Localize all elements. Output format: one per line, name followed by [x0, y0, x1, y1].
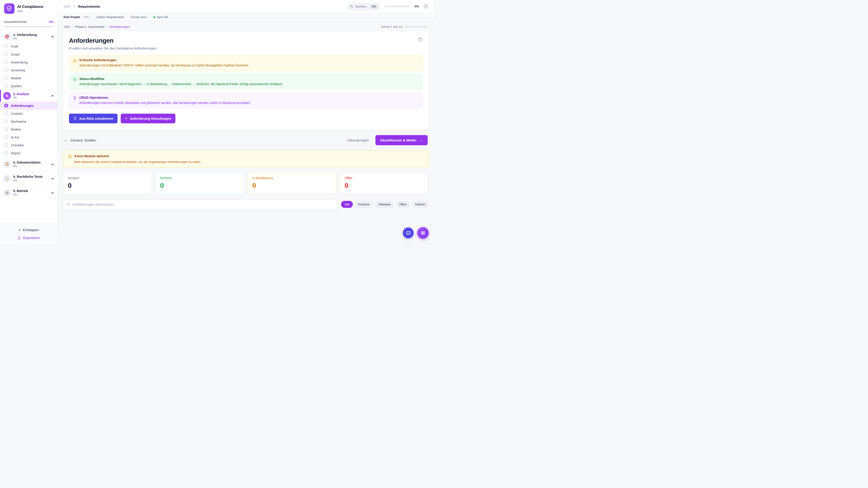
infobox-body: Anforderungen mit Kritikalitaet "HOCH" s… — [79, 63, 249, 68]
infobox-body: Anforderungen durchlaufen: Nicht begonne… — [79, 82, 283, 86]
filter-alle[interactable]: Alle — [341, 201, 353, 208]
back-button[interactable]: ← Zurueck: Quellen — [64, 138, 96, 142]
export-button[interactable]: Exportieren — [18, 236, 40, 240]
filter-offen[interactable]: Offen — [396, 201, 410, 208]
chat-fab-button[interactable] — [403, 228, 414, 238]
sidebar-item-nachweise[interactable]: Nachweise — [0, 118, 57, 125]
radio-icon — [4, 143, 8, 147]
sidebar-item-quellen[interactable]: Quellen — [0, 82, 57, 90]
sidebar-section-vorbereitung[interactable]: 1. Vorbereitung 0% — [0, 31, 57, 42]
sidebar-item-ai-act[interactable]: AI Act — [0, 133, 57, 141]
sidebar-item-label: Anwendung — [11, 61, 28, 64]
chevron-right-icon — [73, 5, 76, 8]
project-name: Kein Projekt — [64, 15, 80, 19]
sidebar-item-screening[interactable]: Screening — [0, 66, 57, 74]
sidebar-item-label: Risiken — [11, 128, 21, 131]
sidebar-item-controls[interactable]: Controls — [0, 109, 57, 118]
filter-konform[interactable]: Konform — [355, 201, 373, 208]
sidebar-item-module[interactable]: Module — [0, 74, 57, 82]
last-visited: Zuletzt: Requirements — [96, 15, 124, 19]
sidebar-item-label: AI Act — [11, 135, 19, 139]
finish-and-next-button[interactable]: Abschliessen & Weiter → — [375, 135, 428, 145]
sidebar-item-risiken[interactable]: Risiken — [0, 125, 57, 133]
breadcrumb-sdk[interactable]: SDK — [64, 25, 70, 29]
filter-bar: Alle Konform Teilweise Offen Kritisch — [63, 199, 429, 210]
filter-teilweise[interactable]: Teilweise — [375, 201, 394, 208]
sidebar-item-label: Profil — [11, 45, 18, 48]
sidebar-section-analyse[interactable]: 2. Analyse 0% — [0, 90, 57, 102]
columns-fab-button[interactable] — [417, 227, 429, 239]
sidebar-item-label: Report — [11, 151, 20, 155]
sync-label: Sync OK — [157, 15, 168, 19]
topbar-progress-bar — [384, 6, 410, 7]
breadcrumb-root[interactable]: SDK — [64, 5, 70, 8]
sidebar-item-anwendung[interactable]: Anwendung — [0, 58, 57, 66]
help-icon[interactable] — [423, 4, 428, 9]
collapse-sidebar-button[interactable]: « Einklappen — [18, 228, 39, 232]
add-requirement-button[interactable]: + Anforderung hinzufuegen — [121, 113, 176, 123]
stat-label: In Bearbeitung — [252, 176, 332, 180]
radio-icon — [4, 68, 8, 72]
stat-value: 0 — [252, 182, 332, 189]
sidebar-item-profil[interactable]: Profil — [0, 42, 57, 51]
floating-actions — [403, 227, 429, 239]
sidebar-item-report[interactable]: Report — [0, 149, 57, 157]
radio-icon — [4, 60, 8, 64]
check-circle-icon — [73, 77, 77, 81]
sync-status: Sync OK — [153, 15, 168, 19]
card-help-icon[interactable] — [418, 37, 423, 42]
sidebar-section-betrieb[interactable]: 5. Betrieb 0% — [0, 187, 57, 199]
overall-progress-value: 0% — [49, 20, 53, 24]
section-title: 5. Betrieb — [13, 189, 28, 193]
crud-operations-infobox: CRUD-Operationen Anforderungen koennen e… — [69, 93, 423, 108]
chevron-up-icon — [51, 35, 54, 38]
critical-requirements-infobox: Kritische Anforderungen Anforderungen mi… — [69, 55, 423, 71]
requirements-search-input[interactable] — [72, 203, 334, 206]
arrow-left-icon: ← — [64, 138, 68, 142]
clipboard-icon — [3, 160, 11, 168]
page-subtitle: Pruefen und verwalten Sie die Compliance… — [69, 46, 423, 50]
filter-kritisch[interactable]: Kritisch — [412, 201, 429, 208]
infobox-title: Status-Workflow — [79, 77, 283, 80]
extract-from-rag-button[interactable]: Aus RAG extrahieren — [69, 113, 118, 123]
stat-card-offen: Offen 0 — [340, 172, 429, 194]
radio-icon — [4, 135, 8, 139]
sidebar-item-anforderungen[interactable]: Anforderungen — [0, 102, 57, 109]
lightbulb-icon — [73, 96, 77, 100]
stat-value: 0 — [345, 182, 424, 189]
main-area: SDK Requirements Suchen... ⌘K 0% Kein Pr… — [58, 0, 434, 244]
sidebar-nav: 1. Vorbereitung 0% Profil Scope Anwendun… — [0, 31, 57, 224]
radio-icon — [4, 151, 8, 155]
sidebar-footer: « Einklappen Exportieren — [0, 224, 57, 244]
search-icon — [350, 5, 353, 8]
next-label: Abschliessen & Weiter — [380, 138, 416, 142]
search-placeholder: Suchen... — [355, 5, 368, 8]
app-subtitle: SDK — [17, 10, 43, 13]
page-content: SDK / Phase 1: Assessment / Anforderunge… — [58, 22, 434, 244]
radio-icon — [4, 76, 8, 80]
double-chevron-left-icon: « — [18, 228, 20, 232]
columns-icon — [421, 231, 426, 235]
sidebar-item-scope[interactable]: Scope — [0, 51, 57, 58]
page-breadcrumb: SDK / Phase 1: Assessment / Anforderunge… — [64, 25, 129, 29]
radio-icon — [4, 53, 8, 56]
radio-icon — [4, 84, 8, 88]
app-header: AI Compliance SDK — [0, 0, 57, 18]
breadcrumb-phase[interactable]: Phase 1: Assessment — [75, 25, 105, 29]
add-button-label: Anforderung hinzufuegen — [130, 117, 171, 121]
global-search-input[interactable]: Suchen... ⌘K — [347, 3, 380, 10]
radio-icon — [4, 120, 8, 123]
extract-button-label: Aus RAG extrahieren — [79, 117, 113, 121]
sidebar-section-dokumentation[interactable]: 3. Dokumentation 0% — [0, 158, 57, 170]
sidebar-section-rechtliche-texte[interactable]: 4. Rechtliche Texte 0% — [0, 173, 57, 184]
app-title-block: AI Compliance SDK — [17, 4, 43, 13]
radio-icon — [4, 44, 8, 48]
radio-icon — [4, 127, 8, 131]
sidebar-item-label: Anforderungen — [11, 104, 34, 107]
skip-button[interactable]: Ueberspringen — [347, 138, 369, 142]
last-saved-time: Gerade eben — [130, 15, 147, 19]
sidebar-item-checklist[interactable]: Checklist — [0, 141, 57, 149]
stat-label: Konform — [160, 176, 239, 180]
version-badge: V001 — [83, 15, 90, 19]
search-icon — [66, 203, 70, 206]
